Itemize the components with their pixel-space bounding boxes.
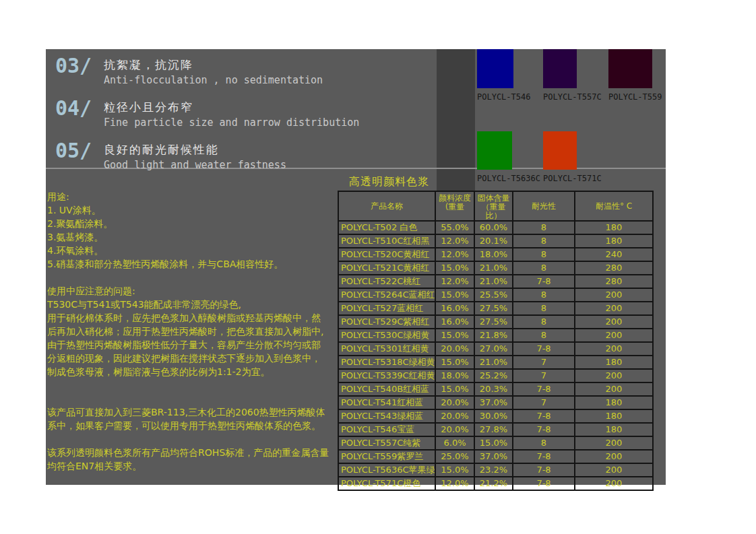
value-cell: 21.8%	[474, 329, 513, 342]
note-line: T530C与T541或T543能配成非常漂亮的绿色,	[47, 298, 340, 311]
feature-text: 抗絮凝，抗沉降Anti-flocculation , no sedimentat…	[104, 55, 323, 88]
value-cell: 200	[575, 288, 653, 302]
table-row: POLYCL-T5264C蓝相红15.0%25.5%8200	[338, 288, 653, 302]
note-line: 1. UV涂料。	[47, 203, 340, 217]
table-row: POLYCL-T527蓝相红16.0%27.5%8200	[338, 302, 653, 315]
note-line	[47, 432, 340, 446]
product-name-cell: POLYCL-T5264C蓝相红	[338, 288, 435, 302]
feature-number: 03/	[55, 55, 104, 88]
value-cell: 7	[513, 356, 575, 369]
value-cell: 200	[575, 382, 653, 396]
product-name-cell: POLYCL-T541红相蓝	[338, 396, 435, 409]
value-cell: 8	[513, 436, 575, 450]
dark-strip	[437, 49, 475, 191]
note-line	[47, 271, 340, 284]
value-cell: 20.1%	[474, 234, 513, 248]
value-cell: 21.2%	[474, 477, 513, 490]
feature-title-cn: 良好的耐光耐候性能	[104, 142, 286, 157]
value-cell: 37.0%	[474, 396, 513, 409]
value-cell: 7-8	[513, 409, 575, 423]
product-name-cell: POLYCL-T520C黄相红	[338, 248, 435, 261]
column-header-lightfastness: 耐光性	[513, 191, 575, 221]
product-name-cell: POLYCL-T546宝蓝	[338, 423, 435, 436]
value-cell: 200	[575, 369, 653, 382]
value-cell: 8	[513, 329, 575, 342]
product-name-cell: POLYCL-T529C紫相红	[338, 315, 435, 329]
value-cell: 200	[575, 315, 653, 329]
note-line	[47, 378, 340, 392]
product-name-cell: POLYCL-T5339C红相黄	[338, 369, 435, 382]
value-cell: 180	[575, 221, 653, 234]
note-line: 4.环氧涂料。	[47, 244, 340, 257]
product-name-cell: POLYCL-T510C红相黑	[338, 234, 435, 248]
value-cell: 180	[575, 423, 653, 436]
value-cell: 180	[575, 396, 653, 409]
value-cell: 23.2%	[474, 463, 513, 477]
value-cell: 180	[575, 356, 653, 369]
value-cell: 25.0%	[435, 450, 474, 463]
feature-title-cn: 粒径小且分布窄	[104, 100, 359, 114]
product-name-cell: POLYCL-T559紫罗兰	[338, 450, 435, 463]
value-cell: 8	[513, 302, 575, 315]
value-cell: 200	[575, 477, 653, 490]
value-cell: 21.0%	[474, 275, 513, 288]
value-cell: 25.2%	[474, 369, 513, 382]
value-cell: 200	[575, 463, 653, 477]
value-cell: 20.0%	[435, 342, 474, 356]
value-cell: 200	[575, 302, 653, 315]
note-line	[47, 392, 340, 405]
value-cell: 7-8	[513, 463, 575, 477]
column-header-concentration: 颜料浓度 (重量	[435, 191, 474, 221]
product-name-cell: POLYCL-T521C黄相红	[338, 261, 435, 275]
value-cell: 16.0%	[435, 302, 474, 315]
value-cell: 20.0%	[435, 409, 474, 423]
table-row: POLYCL-T502 白色55.0%60.0%8180	[338, 221, 653, 234]
page: 03/抗絮凝，抗沉降Anti-flocculation , no sedimen…	[0, 0, 756, 534]
value-cell: 6.0%	[435, 436, 474, 450]
feature-item: 04/粒径小且分布窄Fine particle size and narrow …	[55, 97, 433, 131]
swatch-label: POLYCL-T559	[608, 92, 662, 102]
value-cell: 7	[513, 369, 575, 382]
feature-text: 粒径小且分布窄Fine particle size and narrow dis…	[104, 97, 359, 131]
table-row: POLYCL-T541红相蓝20.0%37.0%7180	[338, 396, 653, 409]
note-line: 用于硝化棉体系时，应先把色浆加入醇酸树脂或羟基丙烯酸中，然	[47, 311, 340, 325]
section-title: 高透明颜料色浆	[349, 175, 429, 189]
swatch-block: POLYCL-T559	[608, 49, 662, 102]
value-cell: 7-8	[513, 423, 575, 436]
product-name-cell: POLYCL-T543绿相蓝	[338, 409, 435, 423]
feature-number: 04/	[55, 97, 104, 131]
value-cell: 37.0%	[474, 450, 513, 463]
value-cell: 180	[575, 409, 653, 423]
value-cell: 15.0%	[435, 356, 474, 369]
swatch-label: POLYCL-T5636C	[477, 174, 540, 183]
value-cell: 7	[513, 396, 575, 409]
product-name-cell: POLYCL-T5301红相黄	[338, 342, 435, 356]
value-cell: 12.0%	[435, 234, 474, 248]
value-cell: 27.0%	[474, 342, 513, 356]
table-row: POLYCL-T510C红相黑12.0%20.1%8180	[338, 234, 653, 248]
value-cell: 180	[575, 234, 653, 248]
swatch-block: POLYCL-T5636C	[477, 131, 540, 183]
note-line: 均符合EN7相关要求。	[47, 459, 340, 473]
value-cell: 240	[575, 248, 653, 261]
product-name-cell: POLYCL-T5636C苹果绿	[338, 463, 435, 477]
color-swatch	[608, 49, 652, 88]
table-row: POLYCL-T546宝蓝20.0%27.8%7-8180	[338, 423, 653, 436]
value-cell: 18.0%	[474, 248, 513, 261]
note-line: 后再加入硝化棉；应用于热塑性丙烯酸时，把色浆直接加入树脂中,	[47, 325, 340, 338]
value-cell: 15.0%	[435, 463, 474, 477]
table-row: POLYCL-T540B红相蓝15.0%20.3%7-8200	[338, 382, 653, 396]
table-row: POLYCL-T571C橙色12.0%21.2%7-8200	[338, 477, 653, 490]
product-name-cell: POLYCL-T5318C绿相黄	[338, 356, 435, 369]
value-cell: 55.0%	[435, 221, 474, 234]
table-row: POLYCL-T5339C红相黄18.0%25.2%7200	[338, 369, 653, 382]
value-cell: 20.0%	[435, 396, 474, 409]
value-cell: 7-8	[513, 450, 575, 463]
column-header-product: 产品名称	[338, 191, 435, 221]
product-name-cell: POLYCL-T571C橙色	[338, 477, 435, 490]
value-cell: 20.3%	[474, 382, 513, 396]
feature-title-en: Fine particle size and narrow distributi…	[104, 114, 359, 131]
column-header-temperature: 耐温性° C	[575, 191, 653, 221]
content-panel: 03/抗絮凝，抗沉降Anti-flocculation , no sedimen…	[46, 49, 666, 485]
color-swatch	[543, 49, 577, 88]
